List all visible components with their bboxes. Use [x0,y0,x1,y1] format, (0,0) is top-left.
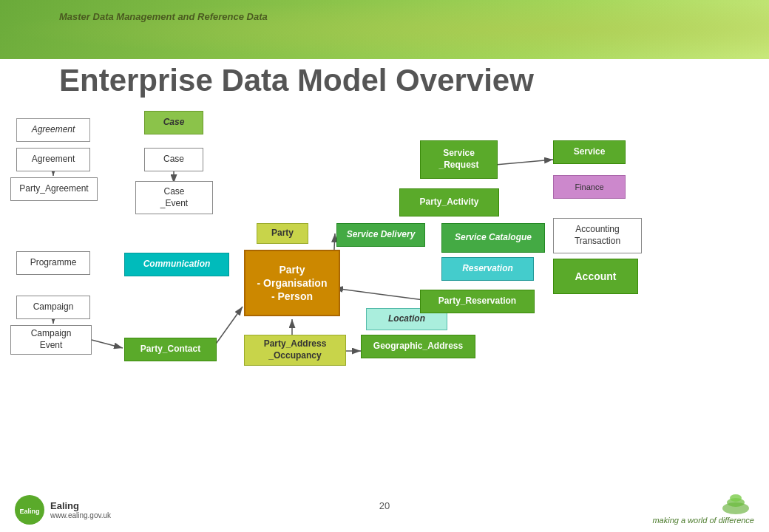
service-delivery-box: Service Delivery [336,223,425,247]
svg-point-16 [730,494,742,502]
party-activity-box: Party_Activity [399,188,499,216]
reservation-box: Reservation [441,257,534,281]
case-event-box: Case_Event [135,181,213,214]
service-box: Service [553,140,626,164]
svg-line-6 [213,307,243,348]
header-title: Enterprise Data Model Overview [59,63,534,98]
communication-box: Communication [124,253,229,276]
agreement-italic-box: Agreement [16,118,90,142]
accounting-transaction-box: AccountingTransaction [553,218,642,253]
svg-line-10 [334,288,424,300]
ealing-logo: Ealing [15,495,44,525]
party-contact-box: Party_Contact [124,338,217,361]
logo-url: www.ealing.gov.uk [50,511,111,519]
tagline-text: making a world of difference [652,516,754,525]
party-main-box: Party- Organisation- Person [244,250,340,316]
party-reservation-box: Party_Reservation [420,290,535,313]
geographic-address-box: Geographic_Address [361,335,475,358]
case-italic-box: Case [144,111,203,134]
party-label-box: Party [257,223,308,244]
party-agreement-box: Party_Agreement [10,177,98,201]
svg-line-11 [495,160,553,165]
finance-box: Finance [553,175,626,199]
programme-box: Programme [16,251,90,275]
agreement-box: Agreement [16,148,90,171]
svg-text:Ealing: Ealing [19,508,39,515]
case-box: Case [144,148,203,171]
page-number: 20 [379,500,390,511]
arrows-svg [0,107,769,488]
svg-line-5 [92,340,123,348]
logo-text-block: Ealing www.ealing.gov.uk [50,500,111,519]
diagram-area: Agreement Agreement Party_Agreement Prog… [0,107,769,488]
logo-area: Ealing Ealing www.ealing.gov.uk [15,495,111,525]
header-banner [0,0,769,59]
service-catalogue-box: Service Catalogue [441,223,545,253]
right-tagline: making a world of difference [652,486,754,525]
logo-name: Ealing [50,500,111,511]
campaign-box: Campaign [16,296,90,319]
service-request-box: Service_Request [420,140,498,179]
header-subtitle: Master Data Management and Reference Dat… [59,11,268,22]
campaign-event-box: CampaignEvent [10,325,92,355]
account-box: Account [553,259,638,294]
party-address-box: Party_Address_Occupancy [244,335,346,366]
